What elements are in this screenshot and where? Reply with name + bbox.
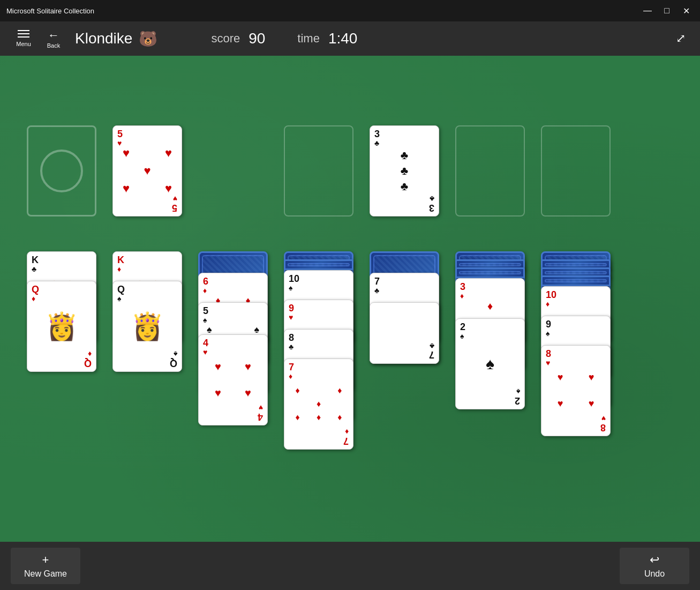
card-rank: 3 xyxy=(460,282,465,292)
card-rank: 6 xyxy=(203,277,208,286)
stock-pile[interactable] xyxy=(27,125,96,216)
card-rank: K xyxy=(32,255,39,265)
tableau-7-back-4[interactable] xyxy=(541,275,611,286)
card-suit: ♠ xyxy=(460,332,464,340)
tableau-6-back-3[interactable] xyxy=(455,267,525,278)
card-rank: 3 xyxy=(374,129,380,139)
card-pips: ♥♥ ♥♥ xyxy=(545,364,607,417)
card-rank: K xyxy=(117,255,124,265)
game-area[interactable]: 5 ♥ ♥ ♥ ♥ ♥ ♥ 5 ♥ 3 ♣ ♣ ♣ ♣ 3 ♣ K ♣ 👑 K … xyxy=(0,56,700,542)
close-button[interactable]: ✕ xyxy=(679,3,694,18)
card-rank: 4 xyxy=(203,338,208,348)
card-rank: 8 xyxy=(289,333,294,342)
card-suit: ♥ xyxy=(289,313,293,322)
tableau-7-8h[interactable]: 8 ♥ ♥♥ ♥♥ 8 ♥ xyxy=(541,345,611,436)
face-figure: 👸 xyxy=(118,297,176,355)
card-suit: ♣ xyxy=(289,342,293,351)
score-label: score xyxy=(211,32,240,46)
card-suit: ♠ xyxy=(203,316,207,324)
card-rank: 10 xyxy=(546,290,556,300)
card-rank: 9 xyxy=(546,319,551,329)
card-rank-bottom: Q xyxy=(170,359,177,368)
pip: ♣ xyxy=(401,164,408,178)
card-suit-bottom: ♠ xyxy=(516,387,520,396)
menu-button[interactable]: Menu xyxy=(9,21,39,56)
maximize-button[interactable]: □ xyxy=(659,3,674,18)
card-suit-bottom: ♥ xyxy=(173,195,177,203)
card-rank: 10 xyxy=(289,274,299,283)
score-section: score 90 xyxy=(211,30,265,47)
title-bar: Microsoft Solitaire Collection — □ ✕ xyxy=(0,0,700,21)
pip: ♥ xyxy=(144,164,150,178)
new-game-label: New Game xyxy=(24,569,67,579)
tableau-1-queen-hearts[interactable]: Q ♦ 👸 Q ♦ xyxy=(27,281,96,372)
bear-icon: 🐻 xyxy=(139,30,157,48)
card-rank: 7 xyxy=(374,277,380,286)
card-suit: ♥ xyxy=(117,139,122,147)
new-game-button[interactable]: + New Game xyxy=(11,548,80,584)
card-rank-bottom: Q xyxy=(84,359,92,368)
app-title: Microsoft Solitaire Collection xyxy=(6,7,94,15)
card-rank: Q xyxy=(117,285,125,294)
foundation-4[interactable] xyxy=(541,125,611,216)
card-rank-bottom: 3 xyxy=(429,203,434,213)
card-suit: ♠ xyxy=(289,283,292,292)
game-title: Klondike xyxy=(75,30,132,47)
card-suit: ♣ xyxy=(374,286,379,295)
pip: ♥ xyxy=(123,146,130,160)
card-suit-bottom: ♥ xyxy=(601,414,606,423)
stock-empty-circle xyxy=(40,150,83,192)
card-suit: ♣ xyxy=(374,139,379,147)
card-rank-bottom: 7 xyxy=(343,436,349,446)
back-arrow-icon: ← xyxy=(48,28,59,42)
time-value: 1:40 xyxy=(328,30,358,47)
card-rank-bottom: 4 xyxy=(258,412,263,422)
hamburger-icon xyxy=(18,33,29,34)
hamburger-icon xyxy=(18,36,29,38)
tableau-4-7d[interactable]: 7 ♦ ♦♦ ♦♦♦ ♦ 7 ♦ xyxy=(284,359,353,450)
foundation-1[interactable] xyxy=(284,125,353,216)
foundation-3[interactable] xyxy=(455,125,525,216)
hamburger-icon xyxy=(18,30,29,31)
card-rank: 7 xyxy=(289,362,294,372)
score-value: 90 xyxy=(249,30,265,47)
back-label: Back xyxy=(47,42,60,49)
face-figure: 👸 xyxy=(33,297,91,355)
card-suit-bottom: ♣ xyxy=(430,195,434,203)
tableau-2-queen-spades[interactable]: Q ♠ 👸 Q ♠ xyxy=(112,281,182,372)
minimize-button[interactable]: — xyxy=(640,3,655,18)
card-rank: 5 xyxy=(117,129,123,139)
card-suit-bottom: ♥ xyxy=(259,404,263,412)
new-game-icon: + xyxy=(42,553,49,567)
card-rank: Q xyxy=(32,285,39,294)
pip: ♥ xyxy=(123,182,130,196)
undo-label: Undo xyxy=(644,569,665,579)
fullscreen-button[interactable]: ⤢ xyxy=(670,28,691,49)
pip: ♣ xyxy=(401,180,408,193)
foundation-2-3c[interactable]: 3 ♣ ♣ ♣ ♣ 3 ♣ xyxy=(370,125,439,216)
card-center-pips: ♣ ♣ ♣ xyxy=(375,147,433,195)
menu-label: Menu xyxy=(16,41,31,47)
tableau-5-bottom[interactable]: 7 ♣ xyxy=(370,302,439,364)
tableau-4-back-2[interactable] xyxy=(284,259,353,270)
card-suit: ♦ xyxy=(546,300,550,308)
pip: ♥ xyxy=(165,146,172,160)
bottom-bar: + New Game ↩ Undo xyxy=(0,542,700,590)
card-rank-bottom: 5 xyxy=(172,203,177,213)
card-rank-bottom: 2 xyxy=(515,396,520,406)
tableau-6-2s[interactable]: 2 ♠ ♠ 2 ♠ xyxy=(455,318,525,409)
back-button[interactable]: ← Back xyxy=(39,21,69,56)
tableau-3-4h[interactable]: 4 ♥ ♥♥ ♥♥ 4 ♥ xyxy=(198,334,268,425)
card-suit-bottom: ♠ xyxy=(174,350,177,359)
card-rank: 5 xyxy=(203,306,208,316)
pip: ♥ xyxy=(165,182,172,196)
time-section: time 1:40 xyxy=(297,30,357,47)
waste-card-5h[interactable]: 5 ♥ ♥ ♥ ♥ ♥ ♥ 5 ♥ xyxy=(112,125,182,216)
undo-icon: ↩ xyxy=(650,553,659,567)
card-pips: ♥♥ ♥♥ xyxy=(203,354,263,406)
window-controls: — □ ✕ xyxy=(640,3,694,18)
card-rank: 9 xyxy=(289,303,294,313)
card-rank: 8 xyxy=(546,349,551,359)
undo-button[interactable]: ↩ Undo xyxy=(620,548,689,584)
card-suit: ♠ xyxy=(546,329,550,338)
